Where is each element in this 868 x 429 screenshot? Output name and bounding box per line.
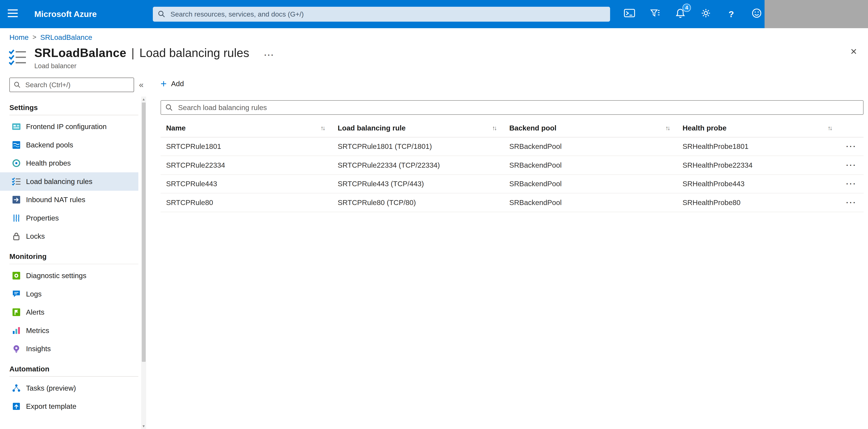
section-title-automation: Automation	[9, 363, 148, 376]
gear-icon	[701, 8, 711, 20]
sidebar-search-input[interactable]	[24, 80, 130, 89]
table-row[interactable]: SRTCPRule443 SRTCPRule443 (TCP/443) SRBa…	[161, 175, 864, 194]
hamburger-menu-button[interactable]	[0, 0, 26, 28]
cell-name: SRTCPRule80	[161, 198, 332, 207]
table-row[interactable]: SRTCPRule80 SRTCPRule80 (TCP/80) SRBacke…	[161, 193, 864, 212]
feedback-button[interactable]	[751, 7, 763, 21]
sidebar-item-label: Load balancing rules	[26, 177, 92, 185]
cloud-shell-button[interactable]	[623, 7, 636, 21]
breadcrumb: Home > SRLoadBalance	[9, 33, 868, 41]
sidebar-item-backend-pools[interactable]: Backend pools	[0, 136, 138, 154]
frontend-ip-icon	[12, 122, 21, 131]
sidebar-item-tasks-preview[interactable]: Tasks (preview)	[0, 379, 138, 397]
load-balancing-rules-panel: + Add Name ↑↓ Load balancing rule ↑↓	[148, 77, 868, 429]
export-template-icon	[12, 402, 21, 411]
column-header-load-balancing-rule[interactable]: Load balancing rule ↑↓	[332, 124, 504, 132]
column-header-name[interactable]: Name ↑↓	[161, 124, 332, 132]
resource-name: SRLoadBalance	[34, 46, 126, 60]
rules-search-input[interactable]	[177, 103, 859, 112]
resource-type-subtitle: Load balancer	[34, 62, 274, 70]
search-icon	[14, 81, 21, 88]
health-probes-icon	[12, 159, 21, 168]
column-header-health-probe[interactable]: Health probe ↑↓	[677, 124, 839, 132]
sort-icon: ↑↓	[828, 124, 832, 132]
global-search-bar	[153, 7, 610, 22]
row-more-button[interactable]: ···	[839, 145, 864, 148]
notifications-button[interactable]: 4	[674, 7, 686, 21]
sidebar-item-inbound-nat-rules[interactable]: Inbound NAT rules	[0, 191, 138, 209]
sidebar-item-label: Locks	[26, 232, 45, 240]
table-row[interactable]: SRTCPRule1801 SRTCPRule1801 (TCP/1801) S…	[161, 137, 864, 156]
close-blade-button[interactable]: ×	[850, 46, 857, 57]
sidebar-item-label: Inbound NAT rules	[26, 196, 85, 204]
properties-icon	[12, 213, 21, 223]
table-row[interactable]: SRTCPRule22334 SRTCPRule22334 (TCP/22334…	[161, 156, 864, 175]
help-button[interactable]: ?	[725, 7, 737, 21]
cell-backend-pool: SRBackendPool	[504, 142, 677, 150]
row-more-button[interactable]: ···	[839, 201, 864, 204]
sidebar-nav: Settings Frontend IP configuration Backe…	[9, 101, 148, 416]
sidebar-item-properties[interactable]: Properties	[0, 209, 138, 227]
row-more-button[interactable]: ···	[839, 164, 864, 167]
settings-button[interactable]	[700, 7, 712, 21]
sidebar-item-label: Alerts	[26, 308, 44, 316]
sidebar-item-health-probes[interactable]: Health probes	[0, 154, 138, 173]
sidebar-item-diagnostic-settings[interactable]: Diagnostic settings	[0, 266, 138, 285]
inbound-nat-rules-icon	[12, 195, 21, 204]
scrollbar-up-arrow[interactable]: ▲	[141, 96, 146, 102]
column-label: Name	[166, 124, 186, 132]
sidebar-item-label: Properties	[26, 214, 59, 222]
alerts-icon	[12, 308, 21, 317]
sidebar-item-insights[interactable]: Insights	[0, 340, 138, 358]
metrics-icon	[12, 326, 21, 335]
sidebar-item-export-template[interactable]: Export template	[0, 397, 138, 416]
row-more-button[interactable]: ···	[839, 182, 864, 185]
divider	[9, 376, 138, 377]
cell-health-probe: SRHealthProbe22334	[677, 161, 839, 169]
account-menu-redacted[interactable]	[765, 0, 868, 28]
sidebar-collapse-button[interactable]: «	[139, 80, 144, 90]
column-label: Backend pool	[509, 124, 556, 132]
content-area: « Settings Frontend IP configuration Bac	[0, 77, 868, 429]
sidebar-item-label: Diagnostic settings	[26, 271, 86, 280]
breadcrumb-home-link[interactable]: Home	[9, 33, 29, 41]
sidebar-item-alerts[interactable]: Alerts	[0, 303, 138, 321]
sidebar-item-frontend-ip-configuration[interactable]: Frontend IP configuration	[0, 118, 138, 136]
cloud-shell-icon	[624, 9, 635, 20]
directory-filter-button[interactable]	[649, 7, 661, 21]
sort-icon: ↑↓	[320, 124, 324, 132]
column-header-backend-pool[interactable]: Backend pool ↑↓	[504, 124, 677, 132]
section-title-monitoring: Monitoring	[9, 250, 148, 263]
cell-backend-pool: SRBackendPool	[504, 180, 677, 188]
lock-icon	[12, 232, 21, 241]
cell-rule: SRTCPRule22334 (TCP/22334)	[332, 161, 504, 169]
scrollbar-thumb[interactable]	[142, 103, 146, 362]
cell-backend-pool: SRBackendPool	[504, 198, 677, 207]
breadcrumb-separator: >	[32, 33, 36, 41]
scrollbar-down-arrow[interactable]: ▼	[141, 424, 146, 429]
sidebar-item-label: Logs	[26, 290, 41, 298]
add-rule-button[interactable]: + Add	[161, 79, 184, 88]
cell-health-probe: SRHealthProbe80	[677, 198, 839, 207]
sidebar-item-logs[interactable]: Logs	[0, 285, 138, 303]
sidebar-scrollbar[interactable]: ▲ ▼	[141, 96, 146, 429]
column-label: Health probe	[683, 124, 726, 132]
breadcrumb-resource-link[interactable]: SRLoadBalance	[40, 33, 92, 41]
sidebar-item-metrics[interactable]: Metrics	[0, 321, 138, 340]
table-header-row: Name ↑↓ Load balancing rule ↑↓ Backend p…	[161, 119, 864, 137]
help-icon: ?	[728, 9, 734, 19]
cell-name: SRTCPRule22334	[161, 161, 332, 169]
plus-icon: +	[161, 79, 167, 88]
diagnostic-settings-icon	[12, 271, 21, 280]
section-title-settings: Settings	[9, 101, 148, 114]
cell-name: SRTCPRule443	[161, 180, 332, 188]
insights-icon	[12, 344, 21, 353]
azure-brand-link[interactable]: Microsoft Azure	[34, 9, 97, 19]
global-search-input[interactable]	[169, 9, 605, 19]
sidebar-item-locks[interactable]: Locks	[0, 227, 138, 246]
load-balancing-rules-icon	[12, 177, 21, 186]
resource-menu-sidebar: « Settings Frontend IP configuration Bac	[0, 77, 148, 429]
sidebar-item-label: Backend pools	[26, 141, 73, 149]
cell-rule: SRTCPRule1801 (TCP/1801)	[332, 142, 504, 150]
sidebar-item-load-balancing-rules[interactable]: Load balancing rules	[0, 172, 138, 191]
